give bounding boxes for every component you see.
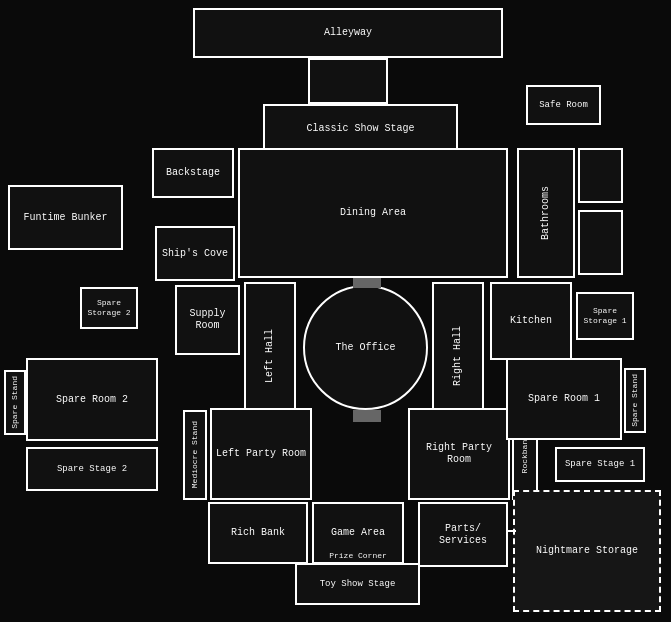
room-spare-stand-right: Spare Stand — [624, 368, 646, 433]
room-alleyway: Alleyway — [193, 8, 503, 58]
room-the-office: The Office — [303, 285, 428, 410]
room-small-mid-right — [578, 210, 623, 275]
room-spare-room-1: Spare Room 1 — [506, 358, 622, 440]
room-small-top-right — [578, 148, 623, 203]
room-safe-room: Safe Room — [526, 85, 601, 125]
connector-office-bottom — [353, 410, 381, 422]
room-dining-area: Dining Area — [238, 148, 508, 278]
room-spare-storage-2: Spare Storage 2 — [80, 287, 138, 329]
room-toy-show-stage: Toy Show Stage — [295, 563, 420, 605]
room-spare-stage-1: Spare Stage 1 — [555, 447, 645, 482]
room-parts-services: Parts/ Services — [418, 502, 508, 567]
room-spare-stand-left: Spare Stand — [4, 370, 26, 435]
room-spare-room-2: Spare Room 2 — [26, 358, 158, 441]
room-left-party-room: Left Party Room — [210, 408, 312, 500]
room-right-party-room: Right Party Room — [408, 408, 510, 500]
room-classic-show-stage: Classic Show Stage — [263, 104, 458, 154]
room-mediocre-stand: Mediocre Stand — [183, 410, 207, 500]
room-kitchen: Kitchen — [490, 282, 572, 360]
connector-parts-nightmare — [508, 530, 516, 532]
room-backstage: Backstage — [152, 148, 234, 198]
label-prize-corner: Prize Corner — [312, 547, 404, 563]
room-funtime-bunker: Funtime Bunker — [8, 185, 123, 250]
room-bathrooms: Bathrooms — [517, 148, 575, 278]
room-nightmare-storage: Nightmare Storage — [513, 490, 661, 612]
room-supply-room: Supply Room — [175, 285, 240, 355]
connector-top-center — [308, 58, 388, 104]
room-spare-storage-1: Spare Storage 1 — [576, 292, 634, 340]
room-spare-stage-2: Spare Stage 2 — [26, 447, 158, 491]
connector-office-top — [353, 278, 381, 288]
room-ships-cove: Ship's Cove — [155, 226, 235, 281]
room-rich-bank: Rich Bank — [208, 502, 308, 564]
map-container: Alleyway Classic Show Stage Safe Room Ba… — [0, 0, 671, 622]
